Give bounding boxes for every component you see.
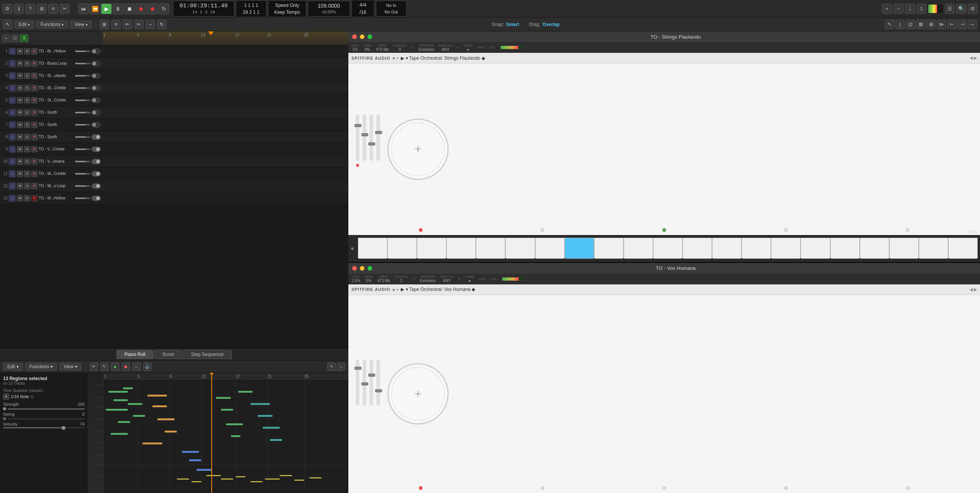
- track-2-mute[interactable]: M: [17, 60, 23, 67]
- key-w[interactable]: [742, 238, 771, 259]
- track-2-solo[interactable]: S: [24, 60, 30, 67]
- cursor2-tool-bottom[interactable]: ↔: [337, 362, 345, 371]
- velocity-slider[interactable]: [3, 427, 85, 428]
- s-button[interactable]: S: [20, 34, 28, 42]
- track-10-toggle[interactable]: [91, 159, 101, 164]
- note-14[interactable]: [216, 397, 230, 399]
- record2-button[interactable]: ⏺: [147, 3, 158, 14]
- track-13-solo[interactable]: S: [24, 195, 30, 201]
- key-w[interactable]: [387, 238, 417, 259]
- track-11-volume[interactable]: [75, 173, 90, 175]
- track-3-mute[interactable]: M: [17, 73, 23, 79]
- preferences-icon[interactable]: ⚙: [2, 4, 12, 14]
- settings-icon[interactable]: ⊞: [37, 4, 47, 14]
- list-view-icon[interactable]: ≡: [111, 20, 121, 29]
- add-track-button[interactable]: +: [2, 34, 10, 42]
- track-4-toggle[interactable]: [91, 85, 101, 91]
- edit-btn-bottom[interactable]: Edit ▾: [3, 363, 23, 371]
- track-extra1-icon[interactable]: ⊞: [926, 20, 936, 29]
- close-btn-strings[interactable]: [352, 34, 357, 39]
- track-13-volume[interactable]: [75, 198, 90, 199]
- track-pointer-icon[interactable]: ↖: [885, 20, 894, 29]
- key-w[interactable]: [358, 238, 387, 259]
- track-12-mute[interactable]: M: [17, 183, 23, 189]
- green-dot-tool[interactable]: ●: [111, 362, 119, 371]
- note-21[interactable]: [196, 469, 211, 471]
- track-extra4-icon[interactable]: ⊣: [957, 20, 967, 29]
- key-w[interactable]: [417, 238, 446, 259]
- key-w[interactable]: [683, 238, 712, 259]
- arrow-icon[interactable]: ↔: [146, 20, 155, 29]
- track-9-record[interactable]: R: [31, 146, 38, 152]
- pointer-tool[interactable]: ↖: [3, 20, 12, 29]
- note-18[interactable]: [238, 391, 253, 393]
- view-btn-bottom[interactable]: View ▾: [59, 363, 81, 371]
- key-w[interactable]: [712, 238, 742, 259]
- key-w[interactable]: [535, 238, 565, 259]
- track-options-icon[interactable]: ⊡: [11, 34, 19, 42]
- track-6-toggle[interactable]: [91, 110, 101, 115]
- functions-btn-bottom[interactable]: Functions ▾: [25, 363, 57, 371]
- track-1-record[interactable]: R: [31, 48, 38, 54]
- io-display[interactable]: No In No Out: [376, 1, 407, 16]
- note-33[interactable]: [280, 475, 292, 476]
- skip-back-button[interactable]: ⏮: [78, 3, 89, 14]
- note-22[interactable]: [250, 403, 270, 405]
- note-35[interactable]: [309, 477, 322, 478]
- note-11[interactable]: [157, 418, 175, 420]
- note-15[interactable]: [221, 409, 233, 411]
- note-26[interactable]: [177, 478, 189, 480]
- track-3-record[interactable]: R: [31, 73, 38, 79]
- loop-icon[interactable]: ↻: [157, 20, 167, 29]
- track-8-mute[interactable]: M: [17, 134, 23, 140]
- track-5-mute[interactable]: M: [17, 97, 23, 103]
- track-12-volume[interactable]: [75, 185, 90, 187]
- track-6-mute[interactable]: M: [17, 109, 23, 116]
- track-3-toggle[interactable]: [91, 73, 101, 78]
- track-9-toggle[interactable]: [91, 147, 101, 152]
- time-display[interactable]: 01:00:29:11.40 14 2 3 19: [173, 1, 234, 17]
- track-9-mute[interactable]: M: [17, 146, 23, 152]
- scissors-icon[interactable]: ✂: [60, 4, 70, 14]
- key-active[interactable]: [565, 238, 594, 259]
- track-7-record[interactable]: R: [31, 122, 38, 128]
- note-16[interactable]: [226, 423, 243, 425]
- help-icon[interactable]: ?: [25, 4, 35, 14]
- piano-roll-notes-area[interactable]: 1 5 9 13 17 21 25: [103, 373, 348, 493]
- anchor-tool-bottom[interactable]: ⚓: [143, 362, 152, 371]
- track-10-mute[interactable]: M: [17, 158, 23, 165]
- count-in-icon[interactable]: 1: [916, 4, 926, 14]
- key-w[interactable]: [624, 238, 653, 259]
- track-12-toggle[interactable]: [91, 183, 101, 189]
- note-17[interactable]: [231, 435, 241, 437]
- play-button[interactable]: ▶: [101, 3, 112, 14]
- quantize-down-btn[interactable]: ▼: [3, 393, 9, 400]
- minimize-btn-strings[interactable]: [360, 34, 364, 39]
- key-w[interactable]: [948, 238, 978, 259]
- track-loop-icon[interactable]: ⊡: [906, 20, 915, 29]
- track-5-volume[interactable]: [75, 100, 90, 101]
- view-menu[interactable]: View ▾: [70, 21, 91, 28]
- track-6-volume[interactable]: [75, 112, 90, 113]
- track-8-toggle[interactable]: [91, 134, 101, 140]
- track-12-record[interactable]: R: [31, 183, 38, 189]
- track-5-toggle[interactable]: [91, 98, 101, 103]
- mixer-icon[interactable]: ≡: [48, 4, 58, 14]
- track-8-volume[interactable]: [75, 136, 90, 138]
- track-9-solo[interactable]: S: [24, 146, 30, 152]
- note-2[interactable]: [113, 399, 128, 401]
- note-7[interactable]: [128, 403, 142, 405]
- track-6-record[interactable]: R: [31, 109, 38, 116]
- track-6-solo[interactable]: S: [24, 109, 30, 116]
- track-5-record[interactable]: R: [31, 97, 38, 103]
- track-7-mute[interactable]: M: [17, 122, 23, 128]
- strength-slider[interactable]: [8, 408, 85, 410]
- track-extra2-icon[interactable]: ≫: [937, 20, 946, 29]
- track-13-record[interactable]: R: [31, 195, 38, 201]
- record-tool-bottom[interactable]: ⏺: [122, 362, 130, 371]
- key-w[interactable]: [505, 238, 535, 259]
- note-20[interactable]: [189, 459, 201, 461]
- track-12-solo[interactable]: S: [24, 183, 30, 189]
- track-extra5-icon[interactable]: ↔: [968, 20, 977, 29]
- track-1-toggle[interactable]: [91, 49, 101, 54]
